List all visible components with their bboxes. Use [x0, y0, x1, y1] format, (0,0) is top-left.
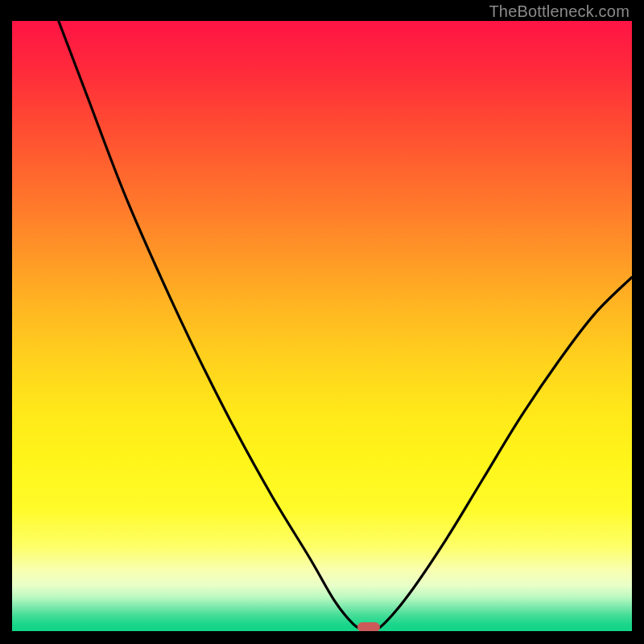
chart-frame: TheBottleneck.com [12, 0, 644, 644]
watermark-text: TheBottleneck.com [489, 2, 630, 21]
bottleneck-curve [12, 21, 632, 631]
plot-area [12, 21, 632, 631]
optimal-point-marker [357, 622, 380, 631]
